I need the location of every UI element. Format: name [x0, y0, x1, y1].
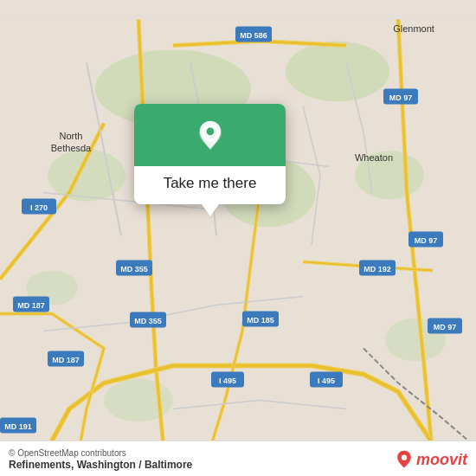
svg-point-2	[286, 42, 389, 102]
svg-text:Wheaton: Wheaton	[355, 152, 393, 163]
svg-text:I 495: I 495	[318, 376, 335, 385]
popup-card: Take me there	[134, 104, 286, 204]
svg-text:MD 185: MD 185	[247, 316, 274, 325]
location-pin-icon	[193, 119, 228, 154]
svg-text:MD 355: MD 355	[120, 265, 148, 273]
svg-text:MD 97: MD 97	[389, 93, 413, 102]
svg-text:MD 586: MD 586	[240, 31, 267, 40]
moovit-brand-text: moovit	[416, 451, 467, 469]
svg-text:MD 187: MD 187	[52, 356, 80, 364]
bottom-left: © OpenStreetMap contributors Refinements…	[9, 448, 192, 471]
popup-tail	[202, 204, 219, 216]
moovit-logo-area: moovit	[395, 450, 467, 469]
popup-text-area[interactable]: Take me there	[134, 166, 286, 204]
svg-text:Bethesda: Bethesda	[51, 143, 92, 153]
map-svg: MD 586 MD 97 MD 97 MD 97 MD 355 MD 355 M…	[0, 0, 476, 476]
take-me-there-button[interactable]: Take me there	[164, 175, 257, 191]
svg-text:MD 191: MD 191	[4, 422, 32, 431]
bottom-bar: © OpenStreetMap contributors Refinements…	[0, 441, 476, 476]
svg-text:MD 187: MD 187	[17, 301, 45, 310]
svg-point-44	[206, 128, 214, 136]
svg-text:MD 97: MD 97	[434, 323, 457, 331]
map-container: MD 586 MD 97 MD 97 MD 97 MD 355 MD 355 M…	[0, 0, 476, 476]
svg-point-8	[104, 379, 173, 422]
svg-text:Glenmont: Glenmont	[393, 23, 434, 34]
moovit-pin-icon	[395, 450, 414, 469]
svg-text:MD 97: MD 97	[415, 236, 438, 245]
svg-text:I 270: I 270	[30, 203, 48, 212]
svg-text:MD 192: MD 192	[363, 265, 391, 273]
osm-credit: © OpenStreetMap contributors	[9, 448, 192, 458]
svg-text:MD 355: MD 355	[134, 317, 162, 325]
svg-text:North: North	[60, 131, 83, 141]
popup-icon-area	[134, 104, 286, 166]
svg-point-45	[402, 455, 407, 460]
svg-text:I 495: I 495	[219, 376, 236, 385]
location-title: Refinements, Washington / Baltimore	[9, 459, 192, 471]
